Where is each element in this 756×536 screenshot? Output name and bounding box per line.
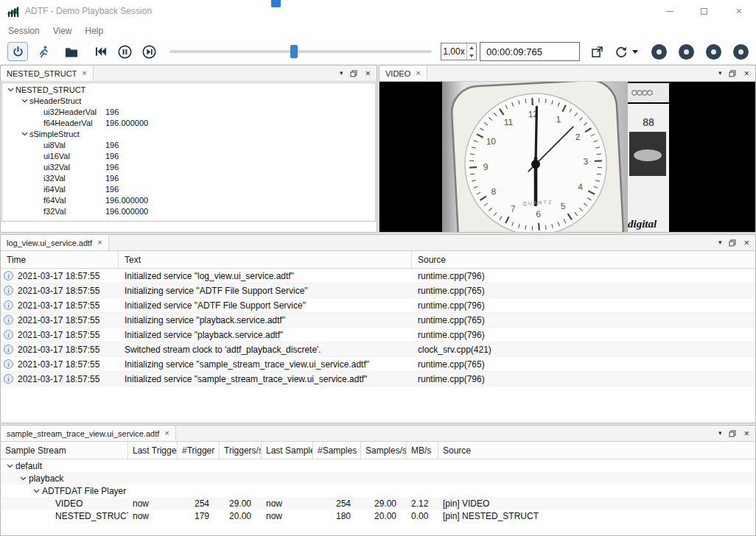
- tab-video[interactable]: VIDEO ×: [379, 66, 427, 81]
- trace-column-header[interactable]: Source: [438, 442, 755, 459]
- log-time-cell: i 2021-03-17 18:57:55: [1, 359, 119, 370]
- tab-sample-stream-trace[interactable]: sample_stream_trace_view.ui_service.adtf…: [1, 426, 176, 441]
- float-panel-button[interactable]: [729, 239, 736, 247]
- detach-view-button[interactable]: [587, 42, 606, 61]
- trace-column-header[interactable]: Triggers/s: [220, 442, 262, 459]
- svg-text:2: 2: [575, 132, 581, 142]
- tree-row[interactable]: ui32Val 196: [2, 161, 375, 172]
- tree-expand-chevron[interactable]: [17, 476, 29, 481]
- log-time: 2021-03-17 18:57:55: [18, 286, 99, 296]
- trace-column-header[interactable]: Last Sample: [262, 442, 313, 459]
- close-icon: ×: [735, 6, 741, 16]
- log-column-header[interactable]: Text: [119, 251, 412, 268]
- maximize-button[interactable]: [687, 0, 721, 22]
- tab-close-icon[interactable]: ×: [164, 429, 169, 437]
- pause-button[interactable]: [115, 42, 134, 61]
- toolbar: 1,00x 00:00:09:765: [0, 39, 756, 65]
- log-row[interactable]: i 2021-03-17 18:57:55 Initializing servi…: [1, 357, 755, 372]
- run-session-button[interactable]: [33, 42, 52, 61]
- marker-button-1[interactable]: [651, 44, 667, 60]
- marker-button-3[interactable]: [706, 44, 721, 60]
- trace-column-header[interactable]: MB/s: [407, 442, 438, 459]
- trace-row[interactable]: playback: [1, 472, 755, 484]
- tree-row[interactable]: ui32HeaderVal 196: [2, 106, 375, 117]
- trace-column-header[interactable]: Samples/s: [361, 442, 407, 459]
- power-toggle-button[interactable]: [7, 42, 28, 61]
- panel-menu-button[interactable]: ▾: [718, 70, 722, 77]
- tree-row[interactable]: f64HeaderVal 196.000000: [2, 117, 375, 128]
- trace-column-header[interactable]: #Trigger: [178, 442, 220, 459]
- tree-row[interactable]: NESTED_STRUCT: [2, 84, 375, 95]
- tree-expand-chevron[interactable]: [4, 464, 15, 468]
- log-row[interactable]: i 2021-03-17 18:57:55 Initialized servic…: [1, 269, 755, 283]
- panel-menu-button[interactable]: ▾: [718, 430, 722, 437]
- tab-nested-struct[interactable]: NESTED_STRUCT ×: [1, 66, 94, 81]
- tree-row[interactable]: sSimpleStruct: [2, 128, 375, 139]
- trace-column-header[interactable]: #Samples: [313, 442, 361, 459]
- svg-text:10: 10: [486, 136, 496, 147]
- tree-expand-chevron[interactable]: [5, 88, 15, 92]
- playback-time-display[interactable]: 00:00:09:765: [480, 42, 580, 61]
- loop-options-dropdown[interactable]: [632, 50, 638, 54]
- titlebar: ADTF - Demo Playback Session ×: [0, 0, 756, 22]
- skip-to-start-button[interactable]: [91, 42, 110, 61]
- panel-menu-button[interactable]: ▾: [718, 239, 722, 246]
- float-panel-button[interactable]: [729, 430, 736, 437]
- timeline-slider[interactable]: [169, 43, 432, 60]
- tab-close-icon[interactable]: ×: [97, 239, 102, 247]
- close-button[interactable]: ×: [721, 0, 756, 22]
- trace-column-header[interactable]: Sample Stream: [1, 442, 128, 459]
- skip-to-end-button[interactable]: [139, 42, 158, 61]
- log-time-cell: i 2021-03-17 18:57:55: [1, 315, 119, 325]
- menu-item[interactable]: Help: [79, 26, 111, 36]
- tree-row[interactable]: sHeaderStruct: [2, 95, 375, 106]
- log-column-header[interactable]: Time: [1, 251, 119, 268]
- trace-column-header[interactable]: Last Trigger: [128, 442, 178, 459]
- loop-playback-button[interactable]: [612, 42, 631, 61]
- tree-row[interactable]: f32Val 196.000000: [2, 205, 375, 216]
- tab-log-view[interactable]: log_view.ui_service.adtf ×: [1, 235, 109, 250]
- tree-expand-chevron[interactable]: [19, 99, 29, 103]
- tab-close-icon[interactable]: ×: [82, 69, 86, 77]
- float-panel-button[interactable]: [350, 70, 357, 77]
- tree-node-value: 196: [105, 174, 375, 183]
- tree-row[interactable]: f64Val 196.000000: [2, 194, 375, 205]
- trace-row[interactable]: NESTED_STRUCT now17920.00now18020.000.00…: [1, 509, 755, 522]
- tree-expand-chevron[interactable]: [19, 132, 29, 136]
- timeline-slider-track[interactable]: [169, 50, 432, 53]
- menu-item[interactable]: Session: [1, 26, 46, 36]
- menu-item[interactable]: View: [46, 26, 79, 36]
- close-panel-button[interactable]: ×: [743, 429, 749, 438]
- close-panel-button[interactable]: ×: [365, 68, 371, 78]
- close-panel-button[interactable]: ×: [743, 238, 749, 247]
- panel-menu-button[interactable]: ▾: [340, 70, 343, 77]
- log-column-header[interactable]: Source: [412, 251, 755, 268]
- tree-row[interactable]: ui8Val 196: [2, 139, 375, 150]
- trace-row[interactable]: ADTFDAT File Player: [1, 484, 755, 497]
- marker-button-4[interactable]: [733, 44, 749, 60]
- adtf-window: ADTF - Demo Playback Session × Session V…: [0, 0, 756, 536]
- log-row[interactable]: i 2021-03-17 18:57:55 Initializing servi…: [1, 313, 755, 328]
- log-row[interactable]: i 2021-03-17 18:57:55 Initialized servic…: [1, 298, 755, 313]
- close-panel-button[interactable]: ×: [743, 68, 749, 78]
- trace-row[interactable]: VIDEO now25429.00now25429.002.12[pin] VI…: [1, 497, 755, 509]
- trace-row[interactable]: default: [1, 459, 755, 472]
- tree-row[interactable]: i32Val 196: [2, 172, 375, 183]
- log-row[interactable]: i 2021-03-17 18:57:55 Initialized servic…: [1, 328, 755, 342]
- log-time-cell: i 2021-03-17 18:57:55: [1, 300, 119, 311]
- tree-row[interactable]: ui16Val 196: [2, 150, 375, 161]
- log-row[interactable]: i 2021-03-17 18:57:55 Initializing servi…: [1, 283, 755, 298]
- speed-down-button[interactable]: [467, 52, 476, 60]
- playback-speed-spinbox[interactable]: 1,00x: [441, 43, 477, 60]
- timeline-slider-handle[interactable]: [290, 45, 298, 58]
- open-file-button[interactable]: [62, 42, 81, 61]
- tab-close-icon[interactable]: ×: [416, 69, 420, 77]
- tree-expand-chevron[interactable]: [30, 489, 42, 493]
- log-row[interactable]: i 2021-03-17 18:57:55 Switched stream cl…: [1, 342, 755, 357]
- speed-up-button[interactable]: [467, 43, 476, 52]
- tree-row[interactable]: i64Val 196: [2, 183, 375, 194]
- float-panel-button[interactable]: [729, 70, 736, 77]
- marker-button-2[interactable]: [679, 44, 694, 60]
- log-row[interactable]: i 2021-03-17 18:57:55 Initialized servic…: [1, 372, 755, 387]
- minimize-button[interactable]: [652, 0, 687, 22]
